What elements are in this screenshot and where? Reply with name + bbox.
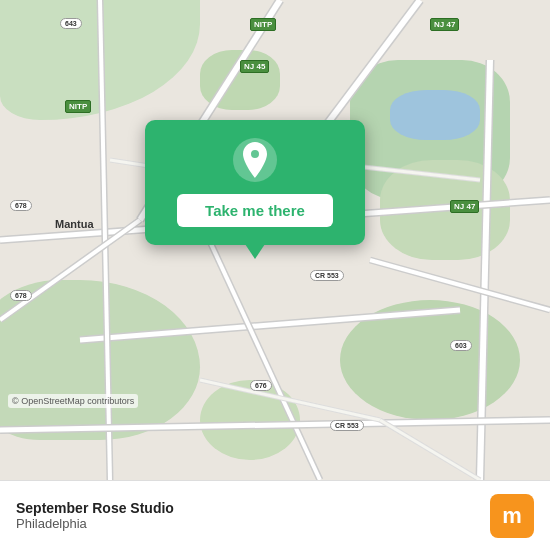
location-pin-icon: [231, 136, 279, 184]
map-attribution: © OpenStreetMap contributors: [8, 394, 138, 408]
take-me-there-button[interactable]: Take me there: [177, 194, 333, 227]
svg-line-29: [380, 420, 480, 480]
map-container: 643 NITP NJ 45 NJ 47 678 NJ 47 678 NITP …: [0, 0, 550, 480]
route-badge-nj45: NJ 45: [240, 60, 269, 73]
moovit-icon: m: [490, 494, 534, 538]
svg-line-13: [200, 220, 320, 480]
route-badge-678-1: 678: [10, 200, 32, 211]
location-name: September Rose Studio: [16, 500, 174, 516]
route-badge-678-2: 678: [10, 290, 32, 301]
route-badge-cr553-2: CR 553: [330, 420, 364, 431]
route-badge-603: 603: [450, 340, 472, 351]
location-info: September Rose Studio Philadelphia: [16, 500, 174, 531]
moovit-logo: m: [490, 494, 534, 538]
route-badge-nitp-2: NITP: [65, 100, 91, 113]
bottom-bar: September Rose Studio Philadelphia m: [0, 480, 550, 550]
route-badge-nitp-1: NITP: [250, 18, 276, 31]
town-label-mantua: Mantua: [55, 218, 94, 230]
route-badge-nj47-2: NJ 47: [450, 200, 479, 213]
location-city: Philadelphia: [16, 516, 174, 531]
route-badge-nj47-1: NJ 47: [430, 18, 459, 31]
svg-line-9: [80, 310, 460, 340]
svg-line-25: [370, 260, 550, 310]
route-badge-643: 643: [60, 18, 82, 29]
popup-card: Take me there: [145, 120, 365, 245]
route-badge-676: 676: [250, 380, 272, 391]
route-badge-cr553-1: CR 553: [310, 270, 344, 281]
